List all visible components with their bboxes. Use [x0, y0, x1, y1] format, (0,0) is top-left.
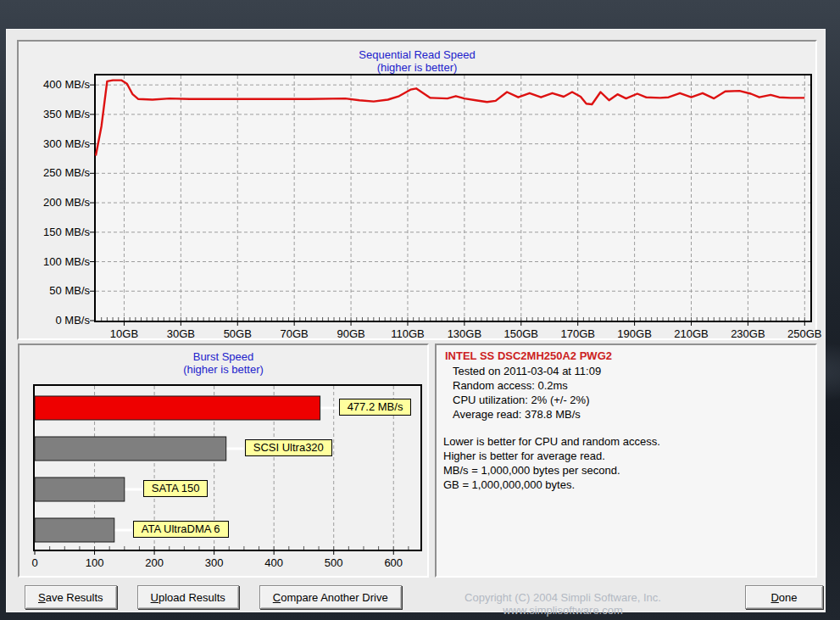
- x-axis-tick-label: 90GB: [325, 327, 377, 340]
- info-note-gb: GB = 1,000,000,000 bytes.: [443, 478, 815, 492]
- x-axis-tick-label: 250GB: [778, 327, 831, 340]
- drive-details: Tested on 2011-03-04 at 11:09 Random acc…: [453, 364, 815, 422]
- x-axis-tick-label: 400: [248, 556, 300, 569]
- burst-bar: [35, 478, 125, 501]
- x-axis-tick-label: 170GB: [552, 327, 604, 340]
- y-axis-tick-label: 200 MB/s: [19, 196, 90, 209]
- info-note-mbs: MB/s = 1,000,000 bytes per second.: [443, 463, 815, 478]
- y-axis-tick-label: 400 MB/s: [19, 78, 90, 91]
- info-note-higher: Higher is better for average read.: [443, 449, 815, 463]
- x-axis-tick-label: 130GB: [438, 327, 491, 340]
- x-axis-tick-label: 70GB: [268, 327, 320, 340]
- info-note-lower: Lower is better for CPU and random acces…: [443, 434, 815, 449]
- x-axis-tick-label: 500: [308, 556, 360, 569]
- drive-detail-cpu-utilization: CPU utilization: 2% (+/- 2%): [453, 393, 815, 407]
- x-axis-tick-label: 150GB: [495, 327, 548, 340]
- x-axis-tick-label: 50GB: [211, 327, 264, 340]
- sequential-read-line: [96, 81, 804, 156]
- bar-value-label: 477.2 MB/s: [339, 399, 412, 416]
- sequential-chart-title: Sequential Read Speed: [19, 48, 815, 61]
- upload-results-button[interactable]: Upload Results: [137, 585, 239, 609]
- sequential-plot-area: [94, 74, 812, 322]
- drive-title: INTEL SS DSC2MH250A2 PWG2: [445, 349, 815, 362]
- done-button[interactable]: Done: [745, 585, 823, 609]
- compare-another-drive-button[interactable]: Compare Another Drive: [259, 585, 402, 609]
- window-titlebar: HD Tach version 3.0.4.0 - For non-commer…: [0, 0, 840, 29]
- app-window: HD Tach version 3.0.4.0 - For non-commer…: [0, 0, 840, 620]
- drive-info-panel: INTEL SS DSC2MH250A2 PWG2 Tested on 2011…: [435, 344, 817, 578]
- burst-bar: [35, 518, 114, 542]
- x-axis-tick-label: 30GB: [154, 327, 207, 340]
- x-axis-tick-label: 200: [128, 556, 181, 569]
- copyright-text: Copyright (C) 2004 Simpli Software, Inc.…: [405, 591, 720, 617]
- y-axis-tick-label: 100 MB/s: [19, 255, 90, 268]
- x-axis-tick-label: 190GB: [609, 327, 661, 340]
- burst-bar: [35, 437, 226, 461]
- burst-chart-title: Burst Speed: [19, 350, 427, 363]
- drive-detail-random-access: Random access: 0.2ms: [453, 378, 815, 393]
- sequential-read-panel: Sequential Read Speed (higher is better)…: [17, 40, 817, 340]
- x-axis-tick-label: 300: [188, 556, 241, 569]
- x-axis-tick-label: 10GB: [97, 327, 150, 340]
- x-axis-tick-label: 110GB: [381, 327, 434, 340]
- x-axis-tick-label: 0: [8, 556, 61, 569]
- y-axis-tick-label: 250 MB/s: [19, 166, 90, 179]
- x-axis-tick-label: 230GB: [721, 327, 774, 340]
- bar-value-label: ATA UltraDMA 6: [133, 521, 229, 538]
- info-notes: Lower is better for CPU and random acces…: [443, 434, 815, 492]
- burst-chart-subtitle: (higher is better): [19, 363, 427, 376]
- footer-button-row: Save ResultsUpload ResultsCompare Anothe…: [25, 585, 402, 609]
- x-axis-tick-label: 210GB: [665, 327, 718, 340]
- drive-detail-average-read: Average read: 378.8 MB/s: [453, 407, 815, 422]
- x-axis-tick-label: 100: [69, 556, 121, 569]
- y-axis-tick-label: 300 MB/s: [19, 137, 90, 150]
- x-axis-tick-label: 600: [367, 556, 420, 569]
- bar-value-label: SATA 150: [143, 480, 209, 497]
- y-axis-tick-label: 0 MB/s: [19, 314, 90, 327]
- sequential-read-chart: [96, 75, 810, 321]
- drive-detail-tested: Tested on 2011-03-04 at 11:09: [453, 364, 815, 378]
- y-axis-tick-label: 150 MB/s: [19, 226, 90, 238]
- bar-value-label: SCSI Ultra320: [245, 439, 332, 456]
- burst-bar: [35, 396, 320, 420]
- save-results-button[interactable]: Save Results: [25, 585, 117, 609]
- y-axis-tick-label: 350 MB/s: [19, 108, 90, 120]
- burst-speed-panel: Burst Speed (higher is better) 477.2 MB/…: [18, 344, 429, 578]
- sequential-chart-subtitle: (higher is better): [19, 61, 815, 74]
- client-area: Sequential Read Speed (higher is better)…: [6, 29, 826, 612]
- y-axis-tick-label: 50 MB/s: [19, 284, 90, 297]
